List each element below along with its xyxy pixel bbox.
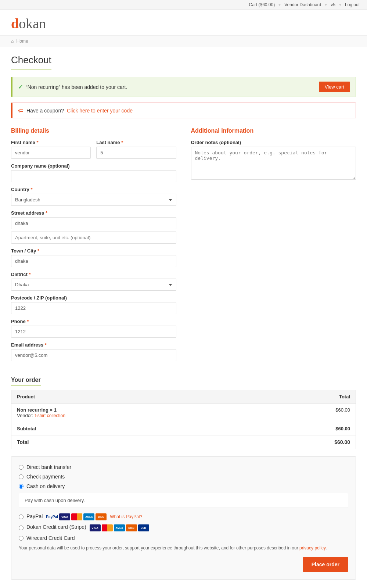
street-input[interactable] [11, 217, 176, 229]
country-field: Country * Bangladesh [11, 187, 176, 206]
payment-option-check: Check payments [19, 474, 348, 480]
name-row: First name * Last name * [11, 140, 176, 163]
email-field: Email address * [11, 342, 176, 361]
last-name-input[interactable] [96, 147, 176, 159]
vendor-info: Vendor: t-shirt collection [17, 413, 243, 418]
what-paypal-link[interactable]: What is PayPal? [110, 514, 142, 519]
total-row: Total $60.00 [11, 435, 356, 449]
payment-option-cod: Cash on delivery [19, 483, 348, 489]
last-name-label: Last name * [96, 140, 176, 145]
paypal-cards: PayPal VISA AMEX DISC [46, 513, 107, 520]
last-name-field: Last name * [96, 140, 176, 159]
phone-label: Phone * [11, 319, 176, 324]
stripe-radio[interactable] [19, 526, 24, 530]
main-content: Checkout ✔ “Non recurring” has been adde… [0, 47, 367, 588]
city-label: Town / City * [11, 248, 176, 254]
discover-icon: DISC [96, 513, 107, 520]
company-field: Company name (optional) [11, 163, 176, 182]
cart-link[interactable]: Cart ($60.00) [249, 2, 275, 7]
stripe-jcb-icon: JCB [138, 524, 149, 531]
col-product-header: Product [11, 390, 249, 404]
top-bar: Cart ($60.00) ▾ Vendor Dashboard ▾ v5 ▾ … [0, 0, 367, 10]
notes-label: Order notes (optional) [191, 140, 356, 145]
vendor-label: Vendor: [17, 413, 33, 418]
payment-option-wirecard: Wirecard Credit Card [19, 535, 348, 541]
mastercard-icon [71, 513, 82, 520]
billing-title: Billing details [11, 128, 176, 134]
notes-textarea[interactable] [191, 147, 356, 180]
postcode-input[interactable] [11, 302, 176, 314]
place-order-button[interactable]: Place order [303, 557, 348, 572]
col-total-header: Total [249, 390, 356, 404]
visa-icon: VISA [59, 513, 70, 520]
total-label: Total [11, 435, 249, 449]
order-table: Product Total Non recurring × 1 Vendor: … [11, 390, 356, 449]
product-name: Non recurring × 1 [17, 407, 243, 413]
stripe-label[interactable]: Dokan Credit card (Stripe) VISA AMEX DIS… [26, 524, 149, 531]
logo-rest: okan [19, 15, 46, 32]
first-name-label: First name * [11, 140, 91, 145]
home-icon: ⌂ [11, 39, 14, 44]
success-text: “Non recurring” has been added to your c… [26, 84, 127, 90]
vendor-link[interactable]: t-shirt collection [35, 413, 65, 418]
payment-option-stripe: Dokan Credit card (Stripe) VISA AMEX DIS… [19, 524, 348, 531]
district-select[interactable]: Dhaka [11, 279, 176, 291]
billing-column: Billing details First name * Last name *… [11, 128, 176, 366]
subtotal-row: Subtotal $60.00 [11, 422, 356, 435]
cod-label[interactable]: Cash on delivery [26, 483, 65, 489]
postcode-field: Postcode / ZIP (optional) [11, 295, 176, 314]
checkout-columns: Billing details First name * Last name *… [11, 128, 356, 366]
logo: d okan [11, 15, 356, 32]
company-input[interactable] [11, 170, 176, 182]
district-field: District * Dhaka [11, 272, 176, 291]
company-label: Company name (optional) [11, 163, 176, 169]
stripe-amex-icon: AMEX [114, 524, 125, 531]
district-label: District * [11, 272, 176, 277]
product-cell: Non recurring × 1 Vendor: t-shirt collec… [11, 404, 249, 422]
paypal-label[interactable]: PayPal PayPal VISA AMEX DISC What is Pay… [26, 513, 142, 520]
coupon-text: Have a coupon? [26, 108, 64, 114]
coupon-link[interactable]: Click here to enter your code [67, 108, 133, 114]
product-total-cell: $60.00 [249, 404, 356, 422]
street2-input[interactable] [11, 232, 176, 244]
subtotal-value: $60.00 [249, 422, 356, 435]
check-payments-radio[interactable] [19, 474, 24, 479]
payment-option-bank: Direct bank transfer [19, 464, 348, 470]
paypal-logo-icon: PayPal [46, 513, 57, 520]
phone-input[interactable] [11, 326, 176, 338]
total-value: $60.00 [249, 435, 356, 449]
version-link[interactable]: v5 [331, 2, 335, 7]
phone-field: Phone * [11, 319, 176, 338]
first-name-input[interactable] [11, 147, 91, 159]
city-input[interactable] [11, 255, 176, 267]
email-input[interactable] [11, 349, 176, 361]
vendor-dashboard-link[interactable]: Vendor Dashboard [284, 2, 321, 7]
your-order-section: Your order Product Total Non recurring ×… [11, 377, 356, 449]
table-row: Non recurring × 1 Vendor: t-shirt collec… [11, 404, 356, 422]
additional-column: Additional information Order notes (opti… [191, 128, 356, 366]
privacy-note: Your personal data will be used to proce… [19, 545, 348, 552]
wirecard-radio[interactable] [19, 536, 24, 541]
first-name-field: First name * [11, 140, 91, 159]
paypal-radio[interactable] [19, 514, 24, 519]
your-order-title: Your order [11, 377, 41, 386]
bank-transfer-radio[interactable] [19, 465, 24, 470]
success-notice: ✔ “Non recurring” has been added to your… [11, 77, 356, 97]
bank-transfer-label[interactable]: Direct bank transfer [26, 464, 71, 470]
payment-option-paypal: PayPal PayPal VISA AMEX DISC What is Pay… [19, 513, 348, 520]
country-select[interactable]: Bangladesh [11, 194, 176, 206]
site-header: d okan [0, 10, 367, 36]
breadcrumb: ⌂ Home [0, 36, 367, 47]
breadcrumb-home[interactable]: Home [17, 39, 28, 44]
check-circle-icon: ✔ [18, 83, 23, 90]
stripe-mc-icon [102, 524, 113, 531]
stripe-cards: VISA AMEX DISC JCB [90, 524, 149, 531]
country-label: Country * [11, 187, 176, 192]
check-payments-label[interactable]: Check payments [26, 474, 65, 480]
cod-radio[interactable] [19, 484, 24, 489]
wirecard-label[interactable]: Wirecard Credit Card [26, 535, 75, 541]
privacy-policy-link[interactable]: privacy policy [299, 545, 325, 551]
view-cart-button[interactable]: View cart [319, 82, 350, 92]
street-label: Street address * [11, 210, 176, 216]
logout-link[interactable]: Log out [345, 2, 360, 7]
